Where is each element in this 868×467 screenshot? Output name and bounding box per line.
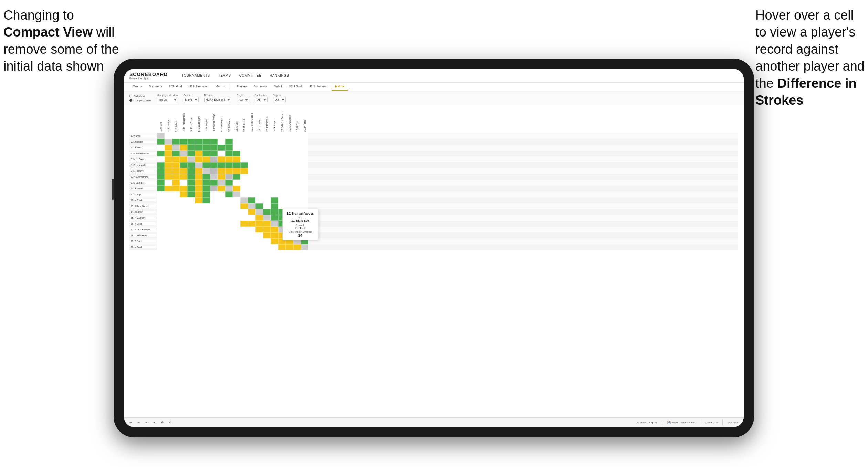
matrix-cell[interactable] [210, 168, 218, 174]
matrix-cell[interactable] [240, 145, 248, 151]
matrix-cell[interactable] [180, 215, 187, 221]
matrix-cell[interactable] [240, 221, 248, 227]
matrix-cell[interactable] [210, 145, 218, 151]
matrix-cell[interactable] [271, 209, 278, 215]
full-view-option[interactable]: Full View [129, 95, 151, 98]
matrix-cell[interactable] [263, 133, 271, 139]
matrix-cell[interactable] [255, 227, 263, 232]
matrix-cell[interactable] [225, 162, 233, 168]
matrix-cell[interactable] [165, 162, 172, 168]
matrix-cell[interactable] [240, 209, 248, 215]
matrix-cell[interactable] [157, 209, 165, 215]
matrix-cell[interactable] [271, 145, 278, 151]
matrix-cell[interactable] [255, 139, 263, 145]
matrix-cell[interactable] [202, 191, 210, 197]
tab-h2h-grid-right[interactable]: H2H Grid [285, 83, 305, 91]
matrix-cell[interactable] [210, 203, 218, 209]
matrix-cell[interactable] [233, 168, 240, 174]
matrix-cell[interactable] [301, 244, 308, 250]
matrix-cell[interactable] [157, 186, 165, 191]
matrix-cell[interactable] [195, 168, 202, 174]
matrix-cell[interactable] [157, 156, 165, 162]
matrix-cell[interactable] [233, 209, 240, 215]
matrix-cell[interactable] [293, 145, 301, 151]
matrix-cell[interactable] [157, 238, 165, 244]
matrix-cell[interactable] [225, 227, 233, 232]
matrix-cell[interactable] [202, 244, 210, 250]
matrix-cell[interactable] [301, 139, 308, 145]
matrix-cell[interactable] [240, 232, 248, 238]
matrix-cell[interactable] [263, 162, 271, 168]
matrix-cell[interactable] [195, 203, 202, 209]
matrix-cell[interactable] [180, 139, 187, 145]
matrix-cell[interactable] [202, 151, 210, 156]
matrix-cell[interactable] [240, 238, 248, 244]
matrix-cell[interactable] [218, 145, 225, 151]
matrix-cell[interactable] [165, 145, 172, 151]
matrix-cell[interactable] [180, 244, 187, 250]
matrix-cell[interactable] [233, 174, 240, 180]
redo-button[interactable]: ↪ [136, 420, 141, 425]
matrix-cell[interactable] [195, 186, 202, 191]
matrix-cell[interactable] [225, 180, 233, 186]
matrix-cell[interactable] [172, 156, 180, 162]
matrix-cell[interactable] [180, 186, 187, 191]
matrix-cell[interactable] [187, 232, 195, 238]
matrix-cell[interactable] [172, 133, 180, 139]
matrix-cell[interactable] [202, 227, 210, 232]
matrix-cell[interactable] [218, 197, 225, 203]
matrix-cell[interactable] [263, 209, 271, 215]
matrix-cell[interactable] [271, 174, 278, 180]
matrix-cell[interactable] [157, 151, 165, 156]
tab-detail[interactable]: Detail [271, 83, 285, 91]
matrix-cell[interactable] [293, 191, 301, 197]
matrix-cell[interactable] [240, 197, 248, 203]
matrix-cell[interactable] [172, 145, 180, 151]
matrix-cell[interactable] [225, 151, 233, 156]
matrix-cell[interactable] [157, 139, 165, 145]
matrix-cell[interactable] [271, 244, 278, 250]
matrix-cell[interactable] [263, 174, 271, 180]
matrix-cell[interactable] [210, 151, 218, 156]
matrix-cell[interactable] [263, 232, 271, 238]
matrix-cell[interactable] [218, 174, 225, 180]
matrix-cell[interactable] [233, 145, 240, 151]
matrix-cell[interactable] [248, 221, 255, 227]
matrix-cell[interactable] [271, 162, 278, 168]
matrix-cell[interactable] [255, 174, 263, 180]
matrix-cell[interactable] [301, 156, 308, 162]
matrix-cell[interactable] [278, 203, 286, 209]
matrix-cell[interactable] [157, 133, 165, 139]
matrix-cell[interactable] [172, 139, 180, 145]
matrix-cell[interactable] [271, 186, 278, 191]
matrix-cell[interactable] [180, 180, 187, 186]
matrix-cell[interactable] [255, 244, 263, 250]
matrix-cell[interactable] [240, 151, 248, 156]
matrix-cell[interactable] [263, 203, 271, 209]
matrix-cell[interactable] [165, 168, 172, 174]
matrix-cell[interactable] [271, 156, 278, 162]
compact-view-radio[interactable] [129, 99, 132, 102]
matrix-cell[interactable] [248, 238, 255, 244]
matrix-cell[interactable] [301, 191, 308, 197]
matrix-cell[interactable] [218, 227, 225, 232]
matrix-cell[interactable] [286, 197, 293, 203]
matrix-cell[interactable] [293, 162, 301, 168]
matrix-cell[interactable] [255, 168, 263, 174]
tab-h2h-grid-left[interactable]: H2H Grid [166, 83, 186, 91]
matrix-cell[interactable] [248, 244, 255, 250]
matrix-cell[interactable] [271, 227, 278, 232]
matrix-cell[interactable] [172, 227, 180, 232]
matrix-cell[interactable] [165, 174, 172, 180]
save-custom-button[interactable]: 💾 Save Custom View [666, 420, 696, 425]
matrix-cell[interactable] [195, 139, 202, 145]
matrix-cell[interactable] [172, 191, 180, 197]
matrix-cell[interactable] [286, 133, 293, 139]
matrix-cell[interactable] [271, 139, 278, 145]
compact-view-option[interactable]: Compact View [129, 99, 151, 102]
matrix-cell[interactable] [180, 174, 187, 180]
matrix-cell[interactable] [255, 238, 263, 244]
matrix-cell[interactable] [248, 232, 255, 238]
matrix-cell[interactable] [278, 174, 286, 180]
matrix-cell[interactable] [218, 162, 225, 168]
